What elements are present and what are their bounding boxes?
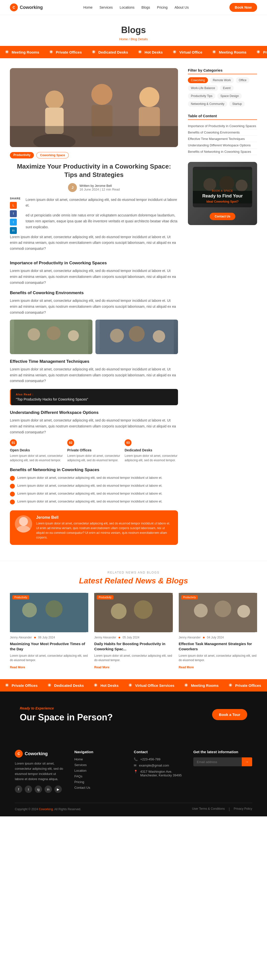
author-link[interactable]: Jerome Bell bbox=[95, 184, 112, 188]
bottom-ticker-5: ✳Meeting Rooms bbox=[179, 682, 224, 688]
footer-link-faqs[interactable]: FAQs bbox=[74, 775, 124, 778]
footer-logo: C Coworking bbox=[15, 750, 64, 758]
also-read-box: Also Read : "Top Productivity Hacks for … bbox=[10, 389, 178, 405]
section3-text: Lorem ipsum dolor sit amet, consectetur … bbox=[10, 366, 178, 384]
related-card-text-2: Lorem ipsum dolor sit amet, consectetur … bbox=[94, 654, 173, 662]
related-title: Latest Related News & Blogs bbox=[10, 576, 257, 585]
share-instagram-icon[interactable]: in bbox=[10, 227, 17, 234]
terms-link[interactable]: User Terms & Conditions bbox=[192, 807, 225, 811]
svg-point-18 bbox=[16, 526, 30, 533]
social-twitter-icon[interactable]: t bbox=[25, 786, 32, 793]
read-more-3[interactable]: Read More bbox=[179, 666, 194, 669]
related-meta-1: Jenny Alexander ● 06 July 2024 bbox=[10, 635, 88, 640]
footer-contact-title: Contact bbox=[134, 750, 184, 754]
social-instagram-icon[interactable]: ig bbox=[35, 786, 42, 793]
nav-locations[interactable]: Locations bbox=[120, 5, 134, 10]
share-twitter-icon[interactable]: t bbox=[10, 219, 17, 226]
footer-link-home[interactable]: Home bbox=[74, 757, 124, 761]
bullet-text-1: Lorem ipsum dolor sit amet, consectetur … bbox=[17, 475, 162, 480]
filter-tag-coworking[interactable]: Coworking bbox=[188, 77, 208, 83]
share-icons: L f t in bbox=[10, 202, 21, 234]
nav-about[interactable]: About Us bbox=[174, 5, 189, 10]
option-title-2: Private Offices bbox=[67, 448, 121, 452]
toc-item-2[interactable]: Benefits of Coworking Environments bbox=[188, 129, 257, 136]
svg-rect-8 bbox=[10, 126, 178, 147]
bottom-ticker-4: ✳Virtual Office Services bbox=[123, 682, 179, 688]
footer-link-services[interactable]: Services bbox=[74, 763, 124, 767]
star-icon: ✳ bbox=[256, 49, 260, 55]
phone-icon: 📞 bbox=[134, 757, 138, 761]
share-facebook-icon[interactable]: f bbox=[10, 210, 17, 217]
bio-content: Jerome Bell Lorem ipsum dolor sit amet, … bbox=[36, 515, 173, 540]
book-tour-button[interactable]: Book a Tour bbox=[212, 709, 247, 720]
svg-point-26 bbox=[45, 600, 62, 617]
newsletter-submit-button[interactable]: → bbox=[242, 757, 252, 766]
toc-item-5[interactable]: Benefits of Networking in Coworking Spac… bbox=[188, 149, 257, 155]
bullet-text-2: Lorem ipsum dolor sit amet, consectetur … bbox=[17, 483, 162, 488]
option-text-3: Lorem ipsum dolor sit amet, consectetur … bbox=[125, 453, 178, 463]
bottom-ticker-6: ✳Private Offices bbox=[224, 682, 266, 688]
newsletter-input[interactable] bbox=[193, 757, 242, 766]
top-ticker: ✳Meeting Rooms ✳Private Offices ✳Dedicat… bbox=[0, 46, 267, 58]
filter-tag-startup[interactable]: Startup bbox=[229, 101, 245, 107]
tag-coworking[interactable]: Coworking Space bbox=[36, 152, 69, 158]
filter-tag-worklife[interactable]: Work-Life Balance bbox=[188, 85, 218, 91]
social-youtube-icon[interactable]: ▶ bbox=[54, 786, 62, 793]
toc-item-1[interactable]: Importance of Productivity in Coworking … bbox=[188, 123, 257, 129]
contact-us-button[interactable]: Contact Us bbox=[209, 213, 235, 220]
copyright-text: Copyright © 2024 Coworking. All Rights R… bbox=[15, 808, 81, 811]
section1-text: Lorem ipsum dolor sit amet, consectetur … bbox=[10, 268, 178, 286]
social-facebook-icon[interactable]: f bbox=[15, 786, 22, 793]
nav-pricing[interactable]: Pricing bbox=[157, 5, 168, 10]
filter-tag-office[interactable]: Office bbox=[236, 77, 249, 83]
also-read-link[interactable]: "Top Productivity Hacks for Coworking Sp… bbox=[16, 397, 173, 401]
social-linkedin-icon[interactable]: in bbox=[45, 786, 52, 793]
footer-brand-link[interactable]: Coworking bbox=[39, 808, 53, 811]
related-label: RELATED NEWS AND BLOGS bbox=[10, 571, 257, 574]
tag-productivity[interactable]: Productivity bbox=[10, 152, 34, 158]
footer-nav-title: Navigation bbox=[74, 750, 124, 754]
breadcrumb-home[interactable]: Home bbox=[120, 37, 128, 41]
filter-tag-event[interactable]: Event bbox=[220, 85, 233, 91]
footer-link-pricing[interactable]: Pricing bbox=[74, 780, 124, 784]
svg-point-32 bbox=[214, 601, 231, 617]
footer-grid: C Coworking Lorem ipsum dolor sit amet, … bbox=[15, 750, 252, 793]
related-card-title-2: Daily Habits for Boosting Productivity i… bbox=[94, 641, 173, 652]
footer-address: 📍 4317 Washington Ave. Manchester, Kentu… bbox=[134, 770, 184, 777]
cta-subtitle: Ideal Coworking Spot? bbox=[197, 200, 248, 204]
share-linkedin-icon[interactable]: L bbox=[10, 202, 17, 209]
sidebar: Filter by Categories Coworking Remote Wo… bbox=[188, 68, 257, 551]
privacy-link[interactable]: Privacy Policy bbox=[233, 807, 252, 811]
bullet-dot-1 bbox=[10, 476, 15, 481]
svg-point-15 bbox=[129, 326, 145, 342]
option-title-3: Dedicated Desks bbox=[125, 448, 178, 452]
related-card-2: Productivity Jenny Alexander ● 05 July 2… bbox=[94, 593, 173, 669]
logo[interactable]: C Coworking bbox=[10, 3, 43, 11]
filter-tag-productivity[interactable]: Productivity Tips bbox=[188, 93, 215, 99]
navbar: C Coworking Home Services Locations Blog… bbox=[0, 0, 267, 15]
bottom-ticker: ✳Private Offices ✳Dedicated Desks ✳Hot D… bbox=[0, 679, 267, 692]
inline-image-2 bbox=[96, 320, 178, 354]
author-avatar: J bbox=[68, 183, 77, 192]
filter-tag-networking[interactable]: Networking & Community bbox=[188, 101, 227, 107]
option-num-2: 02 bbox=[67, 439, 74, 446]
read-more-2[interactable]: Read More bbox=[94, 666, 109, 669]
filter-tag-space[interactable]: Space Design bbox=[217, 93, 242, 99]
read-more-1[interactable]: Read More bbox=[10, 666, 25, 669]
bullet-text-3: Lorem ipsum dolor sit amet, consectetur … bbox=[17, 491, 162, 496]
filter-tag-remote[interactable]: Remote Work bbox=[210, 77, 234, 83]
ready-cta-subtitle: Ready to Experience bbox=[20, 706, 113, 710]
footer-link-location[interactable]: Location bbox=[74, 769, 124, 772]
book-now-button[interactable]: Book Now bbox=[229, 3, 257, 12]
nav-home[interactable]: Home bbox=[83, 5, 93, 10]
toc-item-3[interactable]: Effective Time Management Techniques bbox=[188, 136, 257, 142]
related-date-2: 05 July 2024 bbox=[123, 636, 139, 639]
inline-images bbox=[10, 320, 178, 354]
related-card-3: Productivity Jenny Alexander ● 04 July 2… bbox=[179, 593, 257, 669]
nav-services[interactable]: Services bbox=[99, 5, 113, 10]
nav-blogs[interactable]: Blogs bbox=[141, 5, 150, 10]
footer-link-contact[interactable]: Contact Us bbox=[74, 786, 124, 789]
toc-item-4[interactable]: Understanding Different Workspace Option… bbox=[188, 142, 257, 149]
svg-point-31 bbox=[194, 604, 208, 618]
svg-point-17 bbox=[19, 517, 28, 526]
